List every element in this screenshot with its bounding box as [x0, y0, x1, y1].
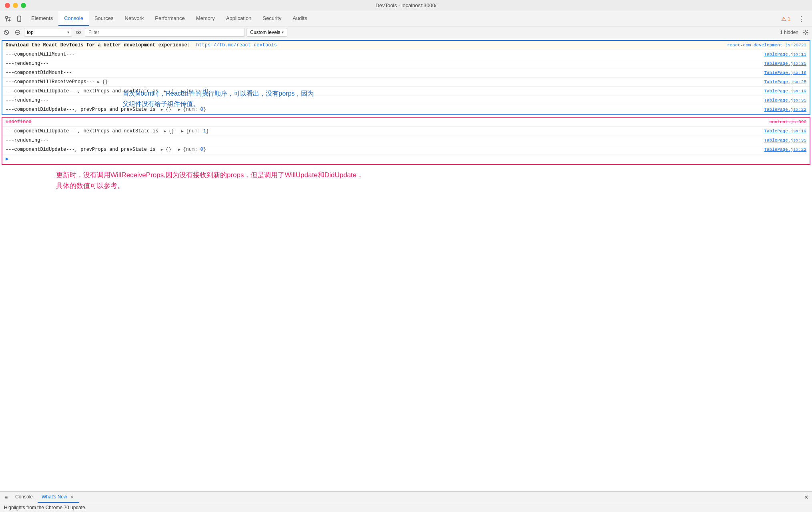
table-row: ---componentWillMount--- TablePage.jsx:1… [2, 50, 810, 59]
clear-console-button[interactable] [2, 28, 11, 37]
custom-levels-button[interactable]: Custom levels ▾ [247, 28, 287, 37]
undefined-file[interactable]: content.js:390 [763, 119, 806, 126]
tab-memory[interactable]: Memory [190, 11, 221, 26]
expand-arrow-icon[interactable]: ▶ [181, 88, 184, 94]
context-selector[interactable]: top ▾ [24, 28, 72, 37]
devtools-tab-right: ⚠ 1 ⋮ [779, 11, 810, 26]
table-row: ---rendening--- TablePage.jsx:35 [2, 136, 810, 145]
table-row: undefined content.js:390 [2, 118, 810, 127]
row-msg: ---componentWillMount--- [6, 51, 758, 58]
row-msg: ---componentDidMount--- [6, 69, 758, 76]
row-file[interactable]: TablePage.jsx:22 [758, 106, 806, 113]
row-file[interactable]: TablePage.jsx:16 [758, 70, 806, 76]
row-file[interactable]: TablePage.jsx:13 [758, 51, 806, 58]
minimize-button[interactable] [13, 3, 18, 8]
no-entry-button[interactable] [13, 28, 22, 37]
table-row: ---componentWillUpdate---, nextProps and… [2, 87, 810, 96]
expand-arrow-icon[interactable]: ▶ [181, 128, 184, 134]
prompt-arrow-icon: ▶ [6, 155, 9, 163]
maximize-button[interactable] [21, 3, 26, 8]
close-bottom-panel-button[interactable]: ✕ [802, 493, 810, 501]
titlebar-buttons [5, 3, 26, 8]
filter-input[interactable] [85, 28, 245, 37]
row-file[interactable]: TablePage.jsx:35 [758, 60, 806, 67]
svg-line-4 [5, 31, 8, 34]
svg-rect-0 [6, 16, 8, 18]
row-file[interactable]: TablePage.jsx:35 [758, 137, 806, 144]
bottom-content: Highlights from the Chrome 70 update. [0, 503, 812, 512]
table-row: ---componentDidUpdate---, prevProps and … [2, 145, 810, 154]
react-devtools-row: Download the React DevTools for a better… [2, 41, 810, 50]
tab-sources[interactable]: Sources [89, 11, 119, 26]
tab-security[interactable]: Security [257, 11, 287, 26]
expand-arrow-icon[interactable]: ▶ [97, 79, 100, 85]
row-msg: ---componentDidUpdate---, prevProps and … [6, 146, 758, 153]
table-row: ---componentWillReceiveProps--- ▶ {} Tab… [2, 78, 810, 87]
svg-point-9 [805, 31, 806, 33]
expand-arrow-icon[interactable]: ▶ [178, 147, 180, 153]
row-msg: ---rendening--- [6, 137, 758, 144]
window-title: DevTools - localhost:3000/ [375, 2, 436, 8]
row-file[interactable]: TablePage.jsx:19 [758, 128, 806, 135]
row-file[interactable]: TablePage.jsx:35 [758, 97, 806, 104]
row-file[interactable]: TablePage.jsx:19 [758, 88, 806, 95]
pink-annotation: 更新时，没有调用WillReceiveProps,因为没有接收到新的props，… [0, 166, 812, 194]
bottom-menu-button[interactable]: ≡ [2, 493, 10, 502]
inspect-icon[interactable] [4, 15, 12, 23]
toolbar-right: 1 hidden [780, 28, 810, 37]
tab-network[interactable]: Network [119, 11, 150, 26]
settings-button[interactable] [801, 28, 810, 37]
table-row: ---componentDidMount--- TablePage.jsx:16 [2, 68, 810, 78]
warning-icon: ⚠ [781, 16, 786, 22]
blue-section: Download the React DevTools for a better… [2, 40, 810, 115]
expand-arrow-icon[interactable]: ▶ [164, 128, 166, 134]
bottom-tabbar: ≡ Console What's New ✕ ✕ [0, 492, 812, 503]
red-section: undefined content.js:390 ---componentWil… [2, 117, 810, 165]
console-toolbar: top ▾ Custom levels ▾ 1 hidden [0, 26, 812, 38]
row-msg: ---componentWillUpdate---, nextProps and… [6, 88, 758, 95]
undefined-msg: undefined [6, 118, 763, 126]
more-menu-button[interactable]: ⋮ [795, 13, 807, 25]
svg-point-8 [78, 32, 79, 33]
table-row: ---componentWillUpdate---, nextProps and… [2, 127, 810, 136]
expand-arrow-icon[interactable]: ▶ [178, 107, 180, 113]
eye-button[interactable] [74, 28, 83, 37]
dropdown-arrow-icon: ▾ [67, 30, 69, 34]
table-row: ---rendening--- TablePage.jsx:35 [2, 96, 810, 105]
hidden-count: 1 hidden [780, 30, 798, 35]
expand-arrow-icon[interactable]: ▶ [164, 88, 166, 94]
warning-count: 1 [788, 16, 790, 22]
close-button[interactable] [5, 3, 10, 8]
titlebar: DevTools - localhost:3000/ [0, 0, 812, 11]
devtools-left-icons [2, 11, 26, 26]
bottom-tab-whats-new[interactable]: What's New ✕ [38, 492, 79, 503]
react-devtools-file[interactable]: react-dom.development.js:20723 [721, 42, 806, 49]
console-output: Download the React DevTools for a better… [0, 38, 812, 491]
custom-levels-arrow-icon: ▾ [282, 30, 284, 34]
tab-console[interactable]: Console [58, 11, 89, 26]
bottom-panel: ≡ Console What's New ✕ ✕ Highlights from… [0, 491, 812, 512]
table-row: ---rendening--- TablePage.jsx:35 [2, 59, 810, 68]
tab-audits[interactable]: Audits [287, 11, 313, 26]
expand-arrow-icon[interactable]: ▶ [161, 147, 163, 153]
table-row: ---componentDidUpdate---, prevProps and … [2, 105, 810, 114]
console-input-row[interactable]: ▶ [2, 154, 810, 164]
tab-performance[interactable]: Performance [149, 11, 190, 26]
react-devtools-link[interactable]: https://fb.me/react-devtools [196, 42, 277, 49]
row-file[interactable]: TablePage.jsx:25 [758, 79, 806, 86]
mobile-icon[interactable] [15, 15, 23, 23]
svg-point-2 [19, 20, 19, 21]
tab-elements[interactable]: Elements [26, 11, 58, 26]
tab-application[interactable]: Application [221, 11, 257, 26]
bottom-tab-console[interactable]: Console [11, 492, 37, 503]
row-file[interactable]: TablePage.jsx:22 [758, 146, 806, 153]
row-msg: ---rendening--- [6, 97, 758, 104]
warning-badge[interactable]: ⚠ 1 [779, 15, 793, 23]
row-msg: ---componentWillReceiveProps--- ▶ {} [6, 78, 758, 86]
whats-new-close-button[interactable]: ✕ [69, 494, 75, 500]
row-msg: ---componentWillUpdate---, nextProps and… [6, 128, 758, 135]
devtools-window: DevTools - localhost:3000/ Elements Con [0, 0, 812, 512]
react-devtools-msg: Download the React DevTools for a better… [6, 42, 721, 49]
expand-arrow-icon[interactable]: ▶ [161, 107, 163, 113]
devtools-tabbar: Elements Console Sources Network Perform… [0, 11, 812, 26]
